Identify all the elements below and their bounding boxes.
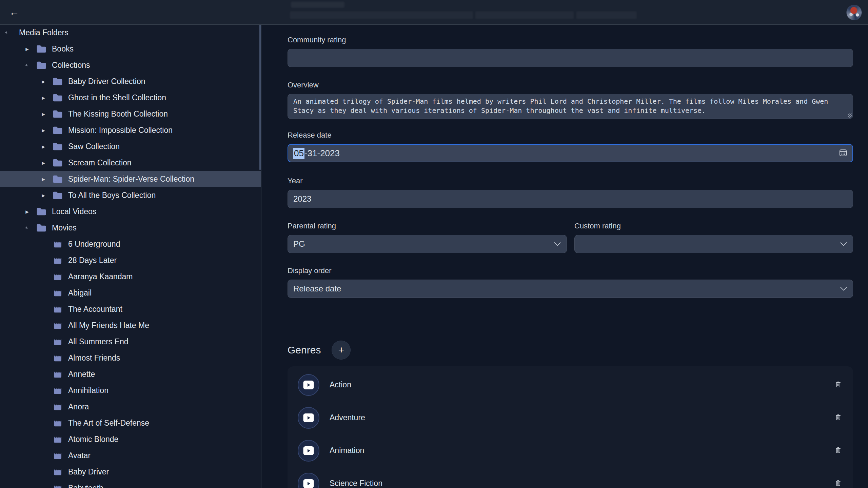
tree-item-baby-driver[interactable]: ▸Baby Driver	[0, 464, 261, 480]
genre-label: Action	[330, 380, 351, 389]
custom-rating-select[interactable]	[574, 235, 853, 253]
tree-item-28-days-later[interactable]: ▸28 Days Later	[0, 252, 261, 268]
tree-item-annette[interactable]: ▸Annette	[0, 366, 261, 382]
tree-item-ghost-in-the-shell-collection[interactable]: ▸Ghost in the Shell Collection	[0, 89, 261, 106]
metadata-editor-app: ← ▸Media Folders▸Books▸Collections▸Baby …	[0, 0, 868, 488]
display-order-select[interactable]: Release date	[288, 280, 853, 298]
trash-icon	[834, 380, 842, 390]
folder-icon	[36, 207, 47, 216]
collapsed-caret-icon: ▸	[22, 208, 32, 216]
tree-item-label: Collections	[52, 61, 90, 70]
year-field: Year	[288, 176, 853, 208]
tree-item-label: All My Friends Hate Me	[68, 321, 149, 330]
tree-item-avatar[interactable]: ▸Avatar	[0, 447, 261, 464]
genre-label: Animation	[330, 446, 364, 455]
display-order-value: Release date	[293, 284, 341, 293]
folder-icon	[52, 142, 63, 151]
back-arrow-icon: ←	[9, 6, 19, 18]
editor-form: Community rating Overview An animated tr…	[261, 24, 868, 488]
trash-icon	[834, 413, 842, 423]
year-input[interactable]	[288, 190, 853, 208]
delete-genre-button[interactable]	[834, 380, 842, 390]
tree-item-label: Movies	[52, 223, 77, 232]
delete-genre-button[interactable]	[834, 479, 842, 488]
tree-item-label: Spider-Man: Spider-Verse Collection	[68, 175, 194, 184]
back-button[interactable]: ←	[7, 5, 22, 19]
parental-rating-value: PG	[293, 239, 305, 249]
collapsed-caret-icon: ▸	[22, 45, 32, 53]
tree-item-6-underground[interactable]: ▸6 Underground	[0, 236, 261, 252]
genre-row-animation: Animation	[288, 434, 853, 467]
release-date-label: Release date	[288, 130, 853, 140]
release-date-field: Release date 05-31-2023	[288, 130, 853, 162]
date-selected-segment: 05	[293, 148, 304, 159]
folder-icon	[52, 126, 63, 135]
scrolled-content-ghost	[576, 11, 637, 19]
release-date-input[interactable]: 05-31-2023	[288, 144, 853, 162]
tree-item-anora[interactable]: ▸Anora	[0, 399, 261, 415]
folder-icon	[36, 61, 47, 70]
tree-item-media-folders[interactable]: ▸Media Folders	[0, 24, 261, 41]
tree-item-aaranya-kaandam[interactable]: ▸Aaranya Kaandam	[0, 268, 261, 285]
folder-icon	[52, 158, 63, 167]
tree-item-baby-driver-collection[interactable]: ▸Baby Driver Collection	[0, 73, 261, 89]
scrolled-content-ghost	[475, 11, 574, 19]
expanded-caret-icon: ▸	[22, 60, 32, 70]
scrolled-content-ghost	[290, 11, 473, 19]
tree-item-books[interactable]: ▸Books	[0, 41, 261, 57]
tree-item-saw-collection[interactable]: ▸Saw Collection	[0, 138, 261, 155]
media-tree: ▸Media Folders▸Books▸Collections▸Baby Dr…	[0, 24, 261, 488]
movie-icon	[52, 256, 63, 265]
display-order-label: Display order	[288, 266, 853, 276]
user-avatar[interactable]	[846, 5, 862, 20]
sidebar-scrollbar-thumb[interactable]	[259, 24, 261, 170]
video-genre-icon	[298, 473, 319, 488]
genre-row-adventure: Adventure	[288, 401, 853, 434]
tree-item-label: Atomic Blonde	[68, 435, 118, 444]
genre-label: Science Fiction	[330, 479, 382, 488]
folder-icon	[52, 77, 63, 86]
tree-item-label: 6 Underground	[68, 240, 120, 249]
tree-item-the-art-of-self-defense[interactable]: ▸The Art of Self-Defense	[0, 415, 261, 431]
tree-item-to-all-the-boys-collection[interactable]: ▸To All the Boys Collection	[0, 187, 261, 203]
tree-item-label: Annihilation	[68, 386, 108, 395]
delete-genre-button[interactable]	[834, 446, 842, 455]
tree-item-label: Abigail	[68, 288, 92, 298]
movie-icon	[52, 321, 63, 330]
tree-item-movies[interactable]: ▸Movies	[0, 220, 261, 236]
tree-item-label: Scream Collection	[68, 158, 132, 167]
tree-item-the-kissing-booth-collection[interactable]: ▸The Kissing Booth Collection	[0, 106, 261, 122]
tree-item-spider-man-spider-verse-collection[interactable]: ▸Spider-Man: Spider-Verse Collection	[0, 171, 261, 187]
tree-item-collections[interactable]: ▸Collections	[0, 57, 261, 73]
tree-item-babyteeth[interactable]: ▸Babyteeth	[0, 480, 261, 488]
top-bar: ←	[0, 0, 868, 25]
calendar-picker-button[interactable]	[839, 148, 848, 158]
community-rating-label: Community rating	[288, 35, 853, 45]
tree-item-abigail[interactable]: ▸Abigail	[0, 285, 261, 301]
tree-item-atomic-blonde[interactable]: ▸Atomic Blonde	[0, 431, 261, 447]
tree-item-all-summers-end[interactable]: ▸All Summers End	[0, 333, 261, 350]
parental-rating-field: Parental rating PG	[288, 221, 567, 253]
video-genre-icon	[298, 440, 319, 462]
tree-item-scream-collection[interactable]: ▸Scream Collection	[0, 155, 261, 171]
parental-rating-select[interactable]: PG	[288, 235, 567, 253]
delete-genre-button[interactable]	[834, 413, 842, 423]
tree-item-mission-impossible-collection[interactable]: ▸Mission: Impossible Collection	[0, 122, 261, 138]
community-rating-input[interactable]	[288, 49, 853, 67]
tree-item-the-accountant[interactable]: ▸The Accountant	[0, 301, 261, 317]
community-rating-field: Community rating	[288, 35, 853, 67]
movie-icon	[52, 288, 63, 298]
chevron-down-icon	[554, 242, 561, 246]
folder-icon	[52, 109, 63, 119]
video-genre-icon	[298, 407, 319, 429]
tree-item-label: Baby Driver Collection	[68, 77, 145, 86]
date-rest-segment: -31-2023	[304, 148, 340, 159]
tree-item-label: Anora	[68, 402, 89, 411]
movie-icon	[52, 337, 63, 346]
tree-item-annihilation[interactable]: ▸Annihilation	[0, 382, 261, 399]
tree-item-almost-friends[interactable]: ▸Almost Friends	[0, 350, 261, 366]
tree-item-local-videos[interactable]: ▸Local Videos	[0, 203, 261, 220]
overview-textarea[interactable]: An animated trilogy of Spider-Man films …	[288, 94, 853, 119]
add-genre-button[interactable]: +	[332, 341, 351, 360]
tree-item-all-my-friends-hate-me[interactable]: ▸All My Friends Hate Me	[0, 317, 261, 333]
